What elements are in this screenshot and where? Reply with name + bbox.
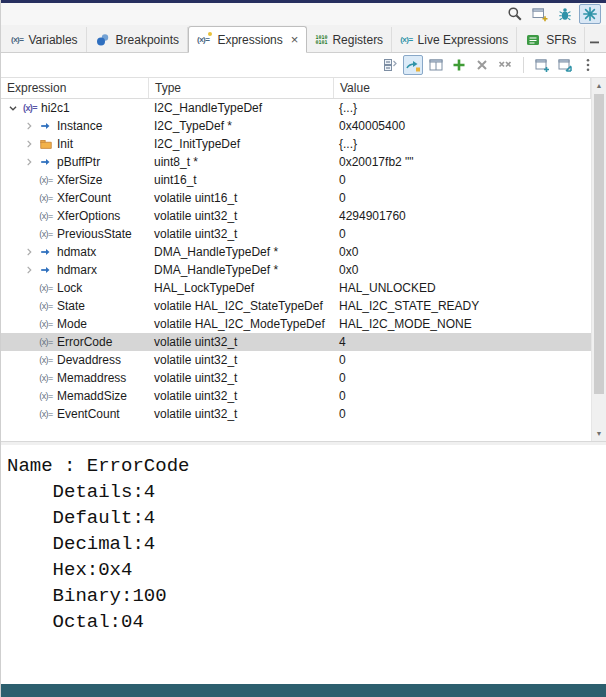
view-menu-icon: [580, 57, 596, 73]
expression-name: hi2c1: [39, 101, 70, 115]
pin-view-icon: [557, 57, 573, 73]
add-expression-button[interactable]: [449, 55, 469, 75]
table-row-Devaddress[interactable]: (x)=Devaddressvolatile uint32_t0: [1, 351, 591, 369]
type-cell: volatile uint16_t: [149, 191, 334, 205]
value-cell: 0x20017fb2 "": [334, 155, 591, 169]
expression-cell: (x)=Mode: [1, 316, 149, 332]
scalar-icon: (x)=: [37, 406, 55, 422]
expander-spacer: [21, 352, 37, 368]
tab-label: Expressions: [217, 33, 282, 47]
expression-cell: (x)=hi2c1: [1, 100, 149, 116]
tab-label: Live Expressions: [418, 33, 509, 47]
table-row-EventCount[interactable]: (x)=EventCountvolatile uint32_t0: [1, 405, 591, 423]
table-row-MemaddSize[interactable]: (x)=MemaddSizevolatile uint32_t0: [1, 387, 591, 405]
expression-name: Instance: [55, 119, 102, 133]
table-row-State[interactable]: (x)=Statevolatile HAL_I2C_StateTypeDefHA…: [1, 297, 591, 315]
expander-spacer: [21, 208, 37, 224]
type-cell: volatile uint32_t: [149, 227, 334, 241]
table-row-PreviousState[interactable]: (x)=PreviousStatevolatile uint32_t0: [1, 225, 591, 243]
table-row-XferOptions[interactable]: (x)=XferOptionsvolatile uint32_t42949017…: [1, 207, 591, 225]
window-bottom-bar: [1, 684, 606, 697]
debug-perspective-button[interactable]: [554, 4, 576, 24]
detail-line: Name : ErrorCode: [7, 453, 600, 479]
open-perspective-button[interactable]: [529, 4, 551, 24]
expander-closed-icon[interactable]: [21, 262, 37, 278]
tab-expressions[interactable]: (x)=Expressions×: [188, 26, 307, 53]
struct-icon: [37, 136, 55, 152]
table-row-hdmatx[interactable]: hdmatxDMA_HandleTypeDef *0x0: [1, 243, 591, 261]
view-toolbar: [1, 53, 606, 77]
table-row-pBuffPtr[interactable]: pBuffPtruint8_t *0x20017fb2 "": [1, 153, 591, 171]
table-row-Mode[interactable]: (x)=Modevolatile HAL_I2C_ModeTypeDefHAL_…: [1, 315, 591, 333]
table-row-Init[interactable]: InitI2C_InitTypeDef{...}: [1, 135, 591, 153]
sfrs-icon: [525, 32, 541, 48]
expander-spacer: [21, 316, 37, 332]
search-button[interactable]: [504, 4, 526, 24]
expressions-view-window: (x)=VariablesBreakpoints(x)=Expressions×…: [0, 0, 606, 697]
collapse-all-icon: [382, 57, 398, 73]
table-row-hdmarx[interactable]: hdmarxDMA_HandleTypeDef *0x0: [1, 261, 591, 279]
table-row-Instance[interactable]: InstanceI2C_TypeDef *0x40005400: [1, 117, 591, 135]
column-header-value[interactable]: Value: [334, 78, 591, 98]
view-tab-bar: (x)=VariablesBreakpoints(x)=Expressions×…: [1, 25, 606, 53]
column-header-type[interactable]: Type: [149, 78, 334, 98]
new-view-button[interactable]: [532, 55, 552, 75]
search-icon: [507, 6, 523, 22]
scroll-down-icon[interactable]: ▼: [592, 426, 606, 441]
scrollbar-thumb[interactable]: [594, 94, 604, 394]
table-row-Lock[interactable]: (x)=LockHAL_LockTypeDefHAL_UNLOCKED: [1, 279, 591, 297]
value-cell: 4294901760: [334, 209, 591, 223]
remove-expression-button[interactable]: [472, 55, 492, 75]
expression-name: XferOptions: [55, 209, 120, 223]
scalar-icon: (x)=: [37, 280, 55, 296]
table-row-hi2c1[interactable]: (x)=hi2c1I2C_HandleTypeDef{...}: [1, 99, 591, 117]
expression-cell: Init: [1, 136, 149, 152]
tab-breakpoints[interactable]: Breakpoints: [87, 27, 188, 52]
value-cell: HAL_I2C_STATE_READY: [334, 299, 591, 313]
view-menu-button[interactable]: [578, 55, 598, 75]
registers-icon: 10100101: [315, 35, 327, 45]
expression-name: Devaddress: [55, 353, 121, 367]
table-row-XferCount[interactable]: (x)=XferCountvolatile uint16_t0: [1, 189, 591, 207]
expression-cell: (x)=XferCount: [1, 190, 149, 206]
scroll-up-icon[interactable]: ▲: [592, 78, 606, 93]
table-row-Memaddress[interactable]: (x)=Memaddressvolatile uint32_t0: [1, 369, 591, 387]
collapse-all-button[interactable]: [380, 55, 400, 75]
expander-closed-icon[interactable]: [21, 136, 37, 152]
tab-live-expressions[interactable]: (x)=Live Expressions: [392, 27, 517, 52]
tab-sfrs[interactable]: SFRs: [517, 27, 585, 52]
scalar-icon: (x)=: [37, 316, 55, 332]
expander-closed-icon[interactable]: [21, 244, 37, 260]
detail-line: Binary:100: [7, 583, 600, 609]
layout-button[interactable]: [426, 55, 446, 75]
pin-view-button[interactable]: [555, 55, 575, 75]
expression-cell: (x)=XferOptions: [1, 208, 149, 224]
table-row-ErrorCode[interactable]: (x)=ErrorCodevolatile uint32_t4: [1, 333, 591, 351]
expression-name: MemaddSize: [55, 389, 127, 403]
window-controls: [585, 30, 606, 48]
expression-cell: hdmatx: [1, 244, 149, 260]
close-tab-icon[interactable]: ×: [291, 34, 299, 46]
vertical-scrollbar[interactable]: ▲ ▼: [591, 78, 606, 441]
device-configuration-perspective-button[interactable]: [579, 4, 601, 24]
value-cell: 4: [334, 335, 591, 349]
expander-closed-icon[interactable]: [21, 154, 37, 170]
expander-closed-icon[interactable]: [21, 118, 37, 134]
show-logical-structure-icon: [405, 57, 421, 73]
variables-icon: (x)=: [11, 32, 23, 48]
main-toolbar-icons: [504, 4, 601, 24]
scalar-icon: (x)=: [37, 190, 55, 206]
type-cell: volatile uint32_t: [149, 371, 334, 385]
minimize-button[interactable]: [585, 30, 605, 48]
type-cell: HAL_LockTypeDef: [149, 281, 334, 295]
table-row-XferSize[interactable]: (x)=XferSizeuint16_t0: [1, 171, 591, 189]
column-header-expression[interactable]: Expression: [1, 78, 149, 98]
type-cell: volatile uint32_t: [149, 353, 334, 367]
scalar-icon: (x)=: [37, 226, 55, 242]
tab-registers[interactable]: 10100101Registers: [307, 27, 392, 52]
expander-open-icon[interactable]: [5, 100, 21, 116]
remove-all-expressions-button[interactable]: [495, 55, 515, 75]
show-logical-structure-button[interactable]: [403, 55, 423, 75]
tab-variables[interactable]: (x)=Variables: [3, 27, 87, 52]
scalar-icon: (x)=: [37, 370, 55, 386]
